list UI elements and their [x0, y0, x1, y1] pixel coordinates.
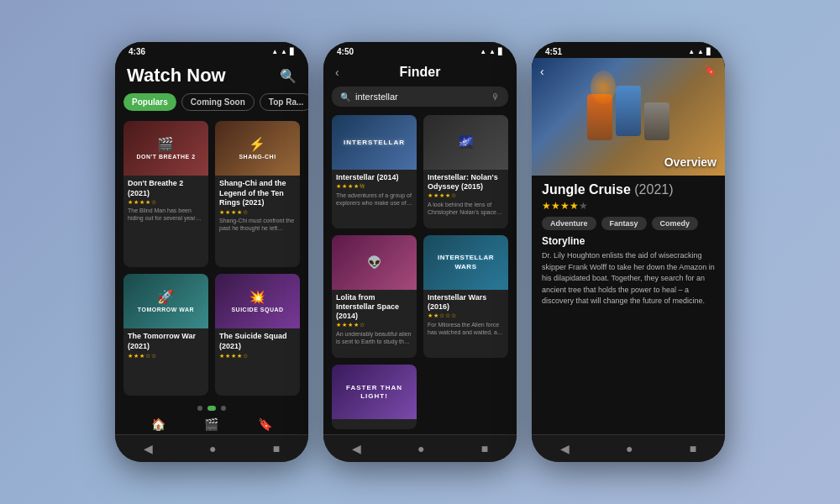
detail-bookmark[interactable]: 🔖: [704, 65, 717, 76]
result-card-lolita[interactable]: 👽 Lolita from Interstellar Space (2014) …: [332, 235, 417, 358]
result-thumb-wars: INTERSTELLARWARS: [423, 235, 508, 290]
nav-back-3[interactable]: ◀: [560, 442, 570, 455]
wifi-icon-3: ▲: [688, 48, 695, 55]
search-bar[interactable]: 🔍 interstellar 🎙: [332, 87, 508, 107]
filter-coming-soon[interactable]: Coming Soon: [181, 93, 255, 111]
detail-movie-year: (2021): [634, 182, 673, 197]
phone-detail: 4:51 ▲ ▲ ▊ ‹ 🔖 Overview Jungle C: [532, 42, 725, 462]
status-bar-2: 4:50 ▲ ▲ ▊: [323, 42, 517, 58]
nav-back-2[interactable]: ◀: [352, 442, 361, 455]
nav-bar-2: ◀ ● ■: [323, 434, 517, 462]
movie-title-tomorrow: The Tomorrow War (2021): [128, 332, 204, 351]
nav-home-2[interactable]: ●: [417, 442, 424, 455]
hero-figure-2: [616, 86, 641, 136]
battery-icon: ▊: [290, 48, 295, 55]
status-time-2: 4:50: [337, 47, 354, 56]
video-tab-icon[interactable]: 🎬: [204, 417, 218, 431]
result-desc-interstellar: The adventures of a group of explorers w…: [336, 192, 412, 207]
result-thumb-nolan: 🌌: [423, 115, 508, 170]
star-filled: ★★★: [542, 200, 570, 212]
watch-now-screen: Watch Now 🔍 Populars Coming Soon Top Ra.…: [115, 58, 308, 434]
stars-suicide: ★★★★☆: [219, 353, 296, 360]
dot-3: [221, 406, 226, 411]
movie-desc-shang-chi: Shang-Chi must confront the past he thou…: [219, 217, 296, 232]
nav-recent-3[interactable]: ■: [690, 442, 696, 455]
filter-bar: Populars Coming Soon Top Ra...: [115, 90, 308, 114]
movie-grid: 🎬 Don't Breathe 2 Don't Breathe 2 (2021)…: [115, 114, 308, 402]
phone-finder: 4:50 ▲ ▲ ▊ ‹ Finder 🔍 interstellar 🎙 INT…: [323, 42, 517, 462]
movie-info-shang-chi: Shang-Chi and the Legend of the Ten Ring…: [215, 176, 300, 235]
result-card-faster[interactable]: FASTER THAN LIGHT!: [332, 365, 417, 429]
movie-title-shang-chi: Shang-Chi and the Legend of the Ten Ring…: [219, 179, 296, 208]
detail-back-btn[interactable]: ‹: [540, 65, 544, 78]
result-stars-interstellar: ★★★★½: [336, 183, 412, 190]
movie-card-tomorrow-war[interactable]: 🚀 Tomorrow War The Tomorrow War (2021) ★…: [123, 274, 208, 396]
movie-thumb-shang-chi: ⚡ Shang-Chi: [215, 121, 300, 176]
finder-back-btn[interactable]: ‹: [335, 66, 339, 79]
search-results: INTERSTELLAR Interstellar (2014) ★★★★½ T…: [323, 110, 517, 434]
search-icon-finder: 🔍: [340, 92, 350, 102]
movie-card-dont-breathe[interactable]: 🎬 Don't Breathe 2 Don't Breathe 2 (2021)…: [123, 121, 208, 267]
home-tab-icon[interactable]: 🏠: [151, 417, 165, 431]
nav-recent-2[interactable]: ■: [481, 442, 488, 455]
detail-movie-title: Jungle Cruise (2021): [542, 182, 715, 197]
status-time-3: 4:51: [545, 47, 562, 56]
dot-2-active: [207, 406, 216, 411]
result-desc-wars: For Miloresa the Alien force has watched…: [428, 321, 504, 336]
genre-fantasy[interactable]: Fantasy: [601, 217, 647, 230]
result-stars-nolan: ★★★★☆: [428, 192, 504, 199]
movie-thumb-suicide: 💥 Suicide Squad: [215, 274, 300, 328]
result-title-lolita: Lolita from Interstellar Space (2014): [336, 293, 412, 320]
genre-comedy[interactable]: Comedy: [652, 217, 699, 230]
phone-watch-now: 4:36 ▲ ▲ ▊ Watch Now 🔍 Populars Coming S…: [115, 42, 308, 462]
mic-icon[interactable]: 🎙: [491, 92, 500, 102]
movie-card-suicide-squad[interactable]: 💥 Suicide Squad The Suicide Squad (2021)…: [215, 274, 300, 396]
result-card-interstellar[interactable]: INTERSTELLAR Interstellar (2014) ★★★★½ T…: [332, 115, 417, 228]
movie-card-shang-chi[interactable]: ⚡ Shang-Chi Shang-Chi and the Legend of …: [215, 121, 300, 267]
hero-label: Overview: [664, 155, 717, 169]
finder-title: Finder: [400, 65, 441, 80]
star-half: ★: [570, 200, 579, 212]
stars-dont-breathe: ★★★★☆: [128, 199, 204, 206]
movie-info-tomorrow: The Tomorrow War (2021) ★★★☆☆: [123, 328, 208, 363]
movie-info-dont-breathe: Don't Breathe 2 (2021) ★★★★☆ The Blind M…: [123, 176, 208, 226]
search-input-finder[interactable]: interstellar: [355, 92, 486, 102]
result-stars-lolita: ★★★★☆: [336, 322, 412, 328]
bookmark-tab-icon[interactable]: 🔖: [258, 417, 272, 431]
nav-back-1[interactable]: ◀: [144, 442, 153, 455]
filter-top-rated[interactable]: Top Ra...: [260, 93, 308, 111]
result-desc-nolan: A look behind the lens of Christopher No…: [428, 201, 504, 216]
genre-adventure[interactable]: Adventure: [542, 217, 596, 230]
watch-now-title: Watch Now: [127, 65, 226, 87]
wifi-icon: ▲: [271, 48, 278, 55]
result-info-interstellar: Interstellar (2014) ★★★★½ The adventures…: [332, 170, 417, 210]
movie-desc-dont-breathe: The Blind Man has been hiding out for se…: [128, 207, 204, 222]
status-icons-1: ▲ ▲ ▊: [271, 48, 295, 55]
result-stars-wars: ★★☆☆☆: [428, 312, 504, 319]
result-card-interstellar-wars[interactable]: INTERSTELLARWARS Interstellar Wars (2016…: [423, 235, 508, 358]
detail-stars: ★★★★★: [542, 200, 715, 212]
movie-thumb-tomorrow: 🚀 Tomorrow War: [123, 274, 208, 328]
nav-home-3[interactable]: ●: [626, 442, 633, 455]
status-bar-3: 4:51 ▲ ▲ ▊: [532, 42, 725, 58]
wifi-icon-2: ▲: [480, 48, 486, 55]
star-empty: ★: [579, 200, 588, 212]
search-icon[interactable]: 🔍: [280, 68, 297, 84]
battery-icon-2: ▊: [498, 48, 503, 55]
signal-icon: ▲: [281, 48, 287, 55]
storyline-text: Dr. Lily Houghton enlists the aid of wis…: [542, 250, 715, 307]
filter-populars[interactable]: Populars: [123, 93, 176, 111]
signal-icon-2: ▲: [489, 48, 496, 55]
hero-figure-3: [644, 102, 669, 140]
result-card-nolans-odyssey[interactable]: 🌌 Interstellar: Nolan's Odyssey (2015) ★…: [423, 115, 508, 228]
search-bar-container: 🔍 interstellar 🎙: [323, 83, 517, 110]
nav-home-1[interactable]: ●: [209, 442, 216, 455]
battery-icon-3: ▊: [706, 48, 711, 55]
result-thumb-interstellar: INTERSTELLAR: [332, 115, 417, 170]
detail-hero: ‹ 🔖 Overview: [532, 58, 725, 176]
result-title-wars: Interstellar Wars (2016): [428, 293, 504, 312]
result-info-nolan: Interstellar: Nolan's Odyssey (2015) ★★★…: [423, 170, 508, 219]
status-icons-3: ▲ ▲ ▊: [688, 48, 711, 55]
nav-recent-1[interactable]: ■: [273, 442, 280, 455]
result-title-nolan: Interstellar: Nolan's Odyssey (2015): [428, 173, 504, 192]
